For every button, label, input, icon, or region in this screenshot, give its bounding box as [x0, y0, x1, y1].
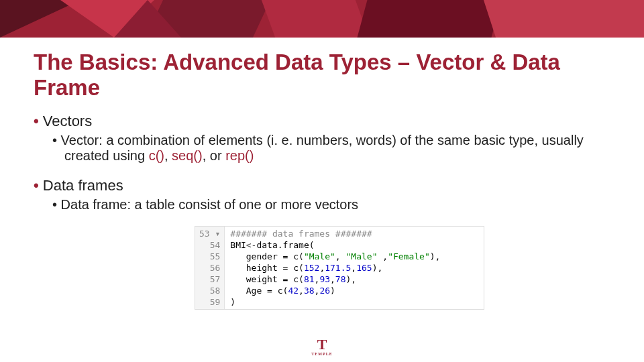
bullet-vectors-detail: Vector: a combination of elements (i. e.… — [64, 133, 610, 164]
line-number: 56 — [199, 262, 220, 274]
bullet-dataframes-detail: Data frame: a table consist of one or mo… — [64, 197, 610, 213]
fn-rep: rep() — [225, 148, 254, 163]
line-number: 55 — [199, 251, 220, 262]
line-number: 54 — [199, 239, 220, 251]
code-content: ####### data frames ####### BMI<-data.fr… — [225, 227, 445, 309]
fn-seq: seq() — [172, 148, 203, 163]
bullet-vectors-heading: Vectors — [43, 113, 92, 129]
bullet-dataframes: Data frames Data frame: a table consist … — [46, 177, 610, 213]
line-number: 57 — [199, 274, 220, 285]
bullet-vectors: Vectors Vector: a combination of element… — [46, 113, 610, 164]
header-banner — [0, 0, 644, 38]
banner-shape — [484, 0, 644, 38]
code-gutter: 53 ▾ 54 55 56 57 58 59 — [195, 227, 225, 309]
temple-logo-icon: T TEMPLE — [311, 337, 332, 356]
line-number: 58 — [199, 285, 220, 296]
bullet-dataframes-heading: Data frames — [43, 177, 123, 194]
slide-title: The Basics: Advanced Data Types – Vector… — [34, 50, 610, 101]
code-block: 53 ▾ 54 55 56 57 58 59 ####### data fram… — [195, 226, 484, 310]
banner-shape — [357, 0, 501, 38]
line-number: 59 — [199, 296, 220, 308]
footer: T TEMPLE — [0, 337, 644, 358]
fn-c: c() — [149, 148, 164, 163]
line-number: 53 ▾ — [199, 228, 220, 239]
banner-shape — [262, 0, 369, 38]
logo-subtext: TEMPLE — [311, 352, 332, 356]
banner-shape — [114, 0, 181, 38]
logo-t: T — [317, 336, 327, 353]
